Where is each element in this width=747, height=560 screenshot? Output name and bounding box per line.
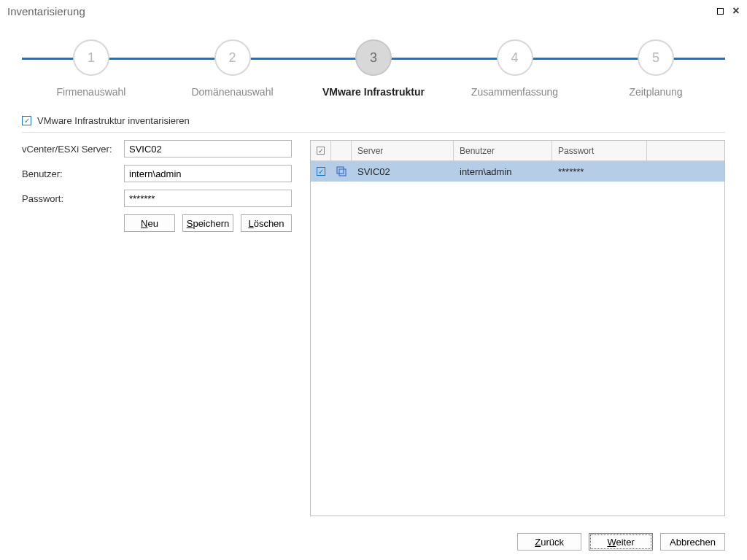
inventory-toggle-row: ✓ VMware Infrastruktur inventarisieren (22, 115, 725, 133)
step-circle: 1 (73, 39, 109, 76)
titlebar-controls: × (713, 4, 743, 18)
wizard-stepper: 1Firmenauswahl2Domänenauswahl3VMware Inf… (22, 39, 725, 98)
step-label: Zusammenfassung (471, 86, 558, 98)
row-checkbox[interactable]: ✓ (317, 167, 325, 176)
th-user[interactable]: Benutzer (454, 141, 552, 160)
cell-password: ******* (552, 161, 647, 182)
server-form: vCenter/ESXi Server: Benutzer: Passwort:… (22, 140, 292, 516)
input-user[interactable] (124, 165, 292, 182)
server-stack-icon (336, 166, 347, 177)
th-server[interactable]: Server (352, 141, 454, 160)
th-icon (331, 141, 352, 160)
new-button[interactable]: Neu (124, 214, 175, 232)
titlebar: Inventarisierung × (0, 0, 747, 22)
cancel-button[interactable]: Abbrechen (660, 533, 725, 551)
maximize-button[interactable] (713, 4, 727, 18)
step-label: Domänenauswahl (191, 86, 273, 98)
step-label: Zeitplanung (629, 86, 682, 98)
step-2[interactable]: 2Domänenauswahl (163, 39, 302, 98)
step-label: VMware Infrastruktur (322, 86, 425, 98)
field-user: Benutzer: (22, 165, 292, 182)
close-button[interactable]: × (729, 4, 743, 18)
label-server: vCenter/ESXi Server: (22, 144, 124, 155)
step-1[interactable]: 1Firmenauswahl (22, 39, 160, 98)
step-3[interactable]: 3VMware Infrastruktur (304, 39, 443, 98)
cell-rest (647, 161, 724, 182)
form-button-row: Neu Speichern Löschen (124, 214, 292, 232)
th-rest (647, 141, 724, 160)
step-circle: 3 (355, 39, 392, 76)
window-title: Inventarisierung (7, 5, 713, 18)
input-server[interactable] (124, 140, 292, 158)
step-label: Firmenauswahl (57, 86, 126, 98)
cell-server: SVIC02 (352, 161, 454, 182)
inventory-checkbox[interactable]: ✓ (22, 116, 31, 125)
delete-button[interactable]: Löschen (241, 214, 292, 232)
step-4[interactable]: 4Zusammenfassung (446, 39, 584, 98)
svg-rect-0 (337, 167, 344, 174)
back-button[interactable]: Zurück (517, 533, 581, 551)
wizard-footer: Zurück Weiter Abbrechen (0, 524, 747, 560)
step-circle: 2 (214, 39, 251, 76)
step-circle: 4 (497, 39, 533, 76)
table-body[interactable]: ✓SVIC02intern\admin******* (311, 161, 724, 516)
label-user: Benutzer: (22, 168, 124, 179)
cell-user: intern\admin (454, 161, 552, 182)
body-row: vCenter/ESXi Server: Benutzer: Passwort:… (22, 140, 725, 516)
step-circle: 5 (638, 39, 674, 76)
step-5[interactable]: 5Zeitplanung (587, 39, 725, 98)
row-icon-cell (331, 161, 352, 182)
content-area: 1Firmenauswahl2Domänenauswahl3VMware Inf… (0, 22, 747, 524)
row-checkbox-cell[interactable]: ✓ (311, 161, 331, 182)
next-button[interactable]: Weiter (589, 533, 653, 551)
field-password: Passwort: (22, 190, 292, 207)
check-all-box[interactable]: ✓ (317, 147, 325, 155)
close-icon: × (732, 5, 739, 17)
table-header: ✓ Server Benutzer Passwort (311, 141, 724, 161)
input-password[interactable] (124, 190, 292, 207)
field-server: vCenter/ESXi Server: (22, 140, 292, 158)
svg-rect-1 (339, 169, 346, 176)
th-password[interactable]: Passwort (552, 141, 647, 160)
inventory-checkbox-label: VMware Infrastruktur inventarisieren (37, 115, 190, 126)
table-row[interactable]: ✓SVIC02intern\admin******* (311, 161, 724, 182)
wizard-window: Inventarisierung × 1Firmenauswahl2Domäne… (0, 0, 747, 560)
th-check-all[interactable]: ✓ (311, 141, 331, 160)
maximize-icon (717, 8, 724, 15)
save-button[interactable]: Speichern (182, 214, 233, 232)
servers-table: ✓ Server Benutzer Passwort ✓SVIC02intern… (310, 140, 725, 516)
label-password: Passwort: (22, 193, 124, 204)
